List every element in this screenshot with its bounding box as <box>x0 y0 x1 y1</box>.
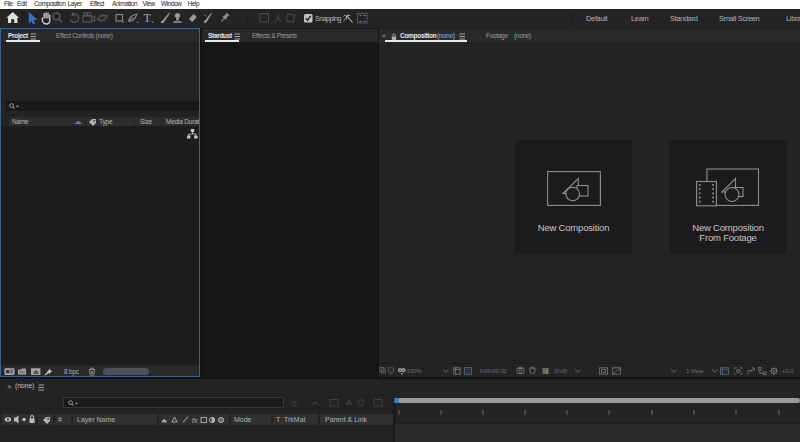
svg-text:+0.0: +0.0 <box>782 368 794 374</box>
svg-text:T: T <box>144 11 152 25</box>
svg-text:fx: fx <box>192 417 198 424</box>
svg-text:1 View: 1 View <box>686 368 704 374</box>
svg-text:(Full): (Full) <box>554 368 567 374</box>
svg-text:100%: 100% <box>407 368 422 374</box>
svg-text:Snapping: Snapping <box>315 15 342 23</box>
svg-text:0:00:00:00: 0:00:00:00 <box>480 368 508 374</box>
